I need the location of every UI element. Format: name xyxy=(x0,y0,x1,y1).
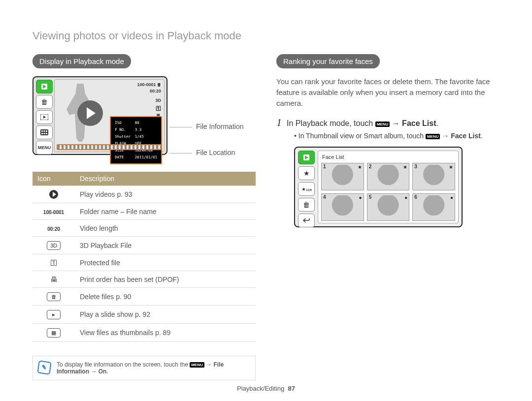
svg-rect-10 xyxy=(46,133,47,134)
face-cell: 6● xyxy=(412,193,455,221)
star-icon: ★ xyxy=(298,166,315,180)
note-icon: ✎ xyxy=(37,360,51,374)
step-1-subbullet: • In Thumbnail view or Smart album, touc… xyxy=(294,132,499,140)
table-row: 00:20Video length xyxy=(33,220,256,237)
menu-icon: MENU xyxy=(36,141,53,154)
table-row: ▦View files as thumbnails p. 89 xyxy=(33,324,256,342)
callout-file-information: File Information xyxy=(169,123,243,130)
star123-icon: ★₁₂₃ xyxy=(298,182,315,196)
callout-file-location: File Location xyxy=(169,149,235,156)
table-row: 🗑Delete files p. 90 xyxy=(33,288,256,306)
table-row: 🖶Print order has been set (DPOF) xyxy=(33,271,256,288)
page-title: Viewing photos or videos in Playback mod… xyxy=(33,30,499,42)
intro-text: You can rank your favorite faces or dele… xyxy=(276,76,499,108)
face-list-title: Face List xyxy=(321,153,455,161)
slideshow-icon xyxy=(36,110,53,124)
svg-rect-9 xyxy=(44,133,45,134)
table-row: 3D3D Playback File xyxy=(33,237,256,254)
file-number: 100-0001 🗑 00:20 xyxy=(137,82,161,94)
table-row: 100-0001Folder name – File name xyxy=(33,203,256,220)
menu-chip: MENU xyxy=(375,122,390,127)
file-info-block: ISO80F NO.3.3Shutter1/45FLASHOFFSIZE1024… xyxy=(110,116,162,164)
camera-screenshot: 🗑 MENU 100-0001 🗑 xyxy=(33,76,249,163)
table-row: ▸Play a slide show p. 92 xyxy=(33,306,256,324)
thumbnails-icon xyxy=(36,125,53,139)
svg-rect-8 xyxy=(41,133,43,134)
svg-rect-4 xyxy=(40,129,48,135)
playback-icon xyxy=(36,80,53,93)
face-cell: 5● xyxy=(367,193,410,221)
step-1: 1 In Playback mode, touch MENU → Face Li… xyxy=(276,116,499,129)
back-icon xyxy=(298,214,315,227)
table-row: Play videos p. 93 xyxy=(33,186,256,203)
file-location-bar xyxy=(57,144,162,150)
table-row: ⚿Protected file xyxy=(33,254,256,271)
face-cell: 2★ xyxy=(367,163,410,190)
face-cell: 3★ xyxy=(412,163,455,190)
play-video-icon xyxy=(77,100,103,126)
note-box: ✎ To display file information on the scr… xyxy=(33,356,256,380)
playback-icon xyxy=(298,151,315,164)
heading-ranking-faces: Ranking your favorite faces xyxy=(276,54,380,68)
heading-display-playback: Display in Playback mode xyxy=(33,54,131,68)
menu-chip: MENU xyxy=(190,362,204,368)
svg-marker-3 xyxy=(43,116,46,119)
icon-description-table: Icon Description Play videos p. 93100-00… xyxy=(33,172,256,342)
trash-icon: 🗑 xyxy=(298,198,315,212)
play-icon xyxy=(49,190,58,199)
th-icon: Icon xyxy=(33,172,75,186)
th-description: Description xyxy=(75,172,256,186)
svg-rect-6 xyxy=(44,130,45,132)
svg-rect-7 xyxy=(46,130,47,132)
menu-chip: MENU xyxy=(426,134,440,139)
face-list-screenshot: ★ ★₁₂₃ 🗑 Face List 1★2★3★4●5●6● xyxy=(294,147,463,227)
face-cell: 1★ xyxy=(321,163,364,190)
trash-icon: 🗑 xyxy=(36,95,53,109)
svg-rect-5 xyxy=(41,130,43,132)
page-footer: Playback/Editing 87 xyxy=(0,385,532,392)
face-cell: 4● xyxy=(321,193,364,221)
